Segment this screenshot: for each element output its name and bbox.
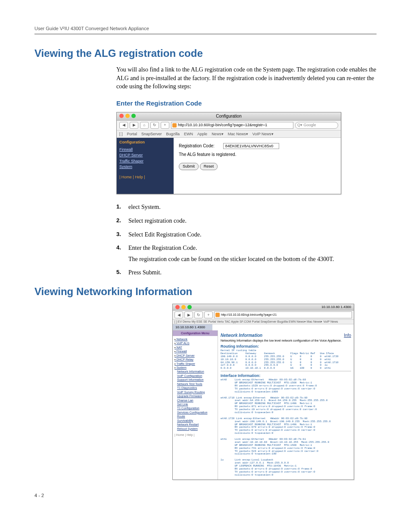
step-subtext: The registration code can be found on th… xyxy=(128,255,377,264)
close-icon[interactable] xyxy=(119,114,124,118)
submit-button[interactable]: Submit xyxy=(179,163,199,170)
section1-subhead: Enter the Registration Code xyxy=(116,99,377,108)
config-sidebar: Configuration Menu Network VoIP ALG NAT … xyxy=(173,330,218,479)
side-link[interactable]: VoIP ALG xyxy=(174,341,216,345)
step-number: 4. xyxy=(116,244,128,252)
minimize-icon[interactable] xyxy=(125,114,130,118)
side-link[interactable]: DHCP Relay xyxy=(174,358,216,361)
steps-list: 1.elect System. 2.Select registration co… xyxy=(116,203,377,277)
side-sublink[interactable]: T1 Configuration xyxy=(177,406,216,410)
side-link[interactable]: Traffic Shaper xyxy=(174,362,216,366)
side-link[interactable]: Firewall xyxy=(174,349,216,353)
step-number: 5. xyxy=(116,268,128,277)
url-text: http://10.10.10.60/cgi-bin/config?page=1… xyxy=(178,122,267,128)
side-sublink[interactable]: Upgrade Firmware xyxy=(177,394,216,398)
registration-input[interactable] xyxy=(223,143,279,149)
window-controls[interactable] xyxy=(175,305,192,309)
section1-intro: You will also find a link to the ALG reg… xyxy=(116,65,377,91)
minimize-icon[interactable] xyxy=(181,305,186,309)
page-number: 4 - 2 xyxy=(34,493,377,498)
sidebar-footer[interactable]: | Home | Help | xyxy=(119,174,171,180)
divider xyxy=(221,371,351,371)
step-number: 1. xyxy=(116,203,128,212)
interface-info: eth0 Link encap:Ethernet HWaddr 00:03:02… xyxy=(221,379,351,476)
routing-heading: Routing Information: xyxy=(221,344,351,348)
bookmarks-bar[interactable]: [ ] Portal SnapServer Bugzilla EWN Apple… xyxy=(117,131,341,138)
side-sublink[interactable]: Services Configuration xyxy=(177,411,216,414)
forward-button[interactable]: ▶ xyxy=(184,311,193,318)
url-text: http://10.10.10.60/cgi-bin/config?page=2… xyxy=(221,313,277,316)
search-placeholder: Q▾ Google xyxy=(297,122,316,128)
bookmarks-bar[interactable]: [ ] EV Demo My ESE SE Portal Verio TAC A… xyxy=(173,320,354,324)
registration-label: Registration Code: xyxy=(179,143,215,149)
sidebar-footer[interactable]: | Home | Help | xyxy=(174,433,216,436)
side-sublink[interactable]: T1 Diagnostics xyxy=(177,386,216,390)
window-titlebar: 10.10.10.60 1.4300 xyxy=(173,304,354,311)
close-icon[interactable] xyxy=(175,305,180,309)
side-link[interactable]: Network xyxy=(174,337,216,341)
zoom-icon[interactable] xyxy=(131,114,136,118)
back-button[interactable]: ◀ xyxy=(119,122,128,129)
window-controls[interactable] xyxy=(119,114,136,118)
step-number: 3. xyxy=(116,230,128,239)
side-link[interactable]: System xyxy=(174,366,216,370)
side-sublink[interactable]: Chanse Lan xyxy=(177,398,216,402)
side-sublink[interactable]: VoIP Survey Routing xyxy=(177,390,216,394)
bookmark-item[interactable]: Mac News▾ xyxy=(228,131,248,137)
bookmark-item[interactable]: [ ] xyxy=(119,131,123,137)
bookmark-item[interactable]: Portal xyxy=(127,131,137,137)
url-bar[interactable]: http://10.10.10.60/cgi-bin/config?page=1… xyxy=(171,122,293,129)
search-field[interactable]: Q▾ Google xyxy=(295,122,338,129)
side-sublink[interactable]: Survivability xyxy=(177,419,216,423)
window-title: Configuration xyxy=(216,114,241,118)
screenshot-network-info: 10.10.10.60 1.4300 ◀ ▶ ↻ + http://10.10.… xyxy=(172,304,354,480)
reload-button[interactable]: ↻ xyxy=(150,122,159,129)
sidebar-item-traffic[interactable]: Traffic Shaper xyxy=(119,159,171,165)
step-text: elect System. xyxy=(128,203,377,212)
side-sublink[interactable]: VoIP Configuration xyxy=(177,374,216,378)
bookmark-item[interactable]: Apple xyxy=(197,131,207,137)
side-sublink[interactable]: Network Restart xyxy=(177,423,216,426)
side-sublink[interactable]: Network Information xyxy=(177,370,216,373)
sidebar-header: Configuration Menu xyxy=(173,330,218,336)
section2-title: Viewing Networking Information xyxy=(34,286,377,298)
routing-table: Kernel IP routing table Destination Gate… xyxy=(221,349,351,370)
side-sublink[interactable]: Reboot System xyxy=(177,427,216,431)
bookmark-item[interactable]: VoIP News▾ xyxy=(252,131,274,137)
back-button[interactable]: ◀ xyxy=(174,311,183,318)
bookmark-item[interactable]: EWN xyxy=(184,131,193,137)
browser-toolbar: ◀ ▶ ↻ + http://10.10.10.60/cgi-bin/confi… xyxy=(173,311,354,320)
sidebar-item-firewall[interactable]: Firewall xyxy=(119,147,171,153)
side-sublink[interactable]: Support Information xyxy=(177,378,216,382)
add-button[interactable]: + xyxy=(204,311,213,318)
interface-heading: Interface Information: xyxy=(221,373,351,378)
sidebar-item-system[interactable]: System xyxy=(119,164,171,170)
reset-button[interactable]: Reset xyxy=(200,163,218,170)
forward-button[interactable]: ▶ xyxy=(130,122,138,129)
panel-description: Networking Information displays the low … xyxy=(221,339,351,342)
step-text: Enter the Registration Code. xyxy=(128,244,377,252)
main-panel: Registration Code: The ALG feature is re… xyxy=(174,138,341,194)
config-sidebar: Configuration Firewall DHCP Server Traff… xyxy=(117,138,174,194)
main-panel: Network Information Info Networking Info… xyxy=(218,330,354,479)
side-sublink[interactable]: Route xyxy=(177,414,216,418)
step-text: Select registration code. xyxy=(128,217,377,225)
window-title: 10.10.10.60 1.4300 xyxy=(321,305,351,309)
bookmark-item[interactable]: SnapServer xyxy=(141,131,162,137)
section1-title: Viewing the ALG registration code xyxy=(34,47,377,59)
info-link[interactable]: Info xyxy=(344,333,351,338)
reload-button[interactable]: ↻ xyxy=(194,311,203,318)
url-bar[interactable]: http://10.10.10.60/cgi-bin/config?page=2… xyxy=(214,311,352,318)
home-button[interactable]: ⌂ xyxy=(140,122,149,129)
page-header: User Guide V²IU 4300T Converged Network … xyxy=(34,26,377,34)
sidebar-item-dhcp[interactable]: DHCP Server xyxy=(119,152,171,159)
bookmark-item[interactable]: News▾ xyxy=(212,131,224,137)
bookmark-item[interactable]: Bugzilla xyxy=(166,131,180,137)
side-sublink[interactable]: Set Link xyxy=(177,402,216,406)
browser-tab[interactable]: 10.10.10.60 1.4300 xyxy=(173,324,212,330)
side-sublink[interactable]: Network Test Tools xyxy=(177,382,216,386)
zoom-icon[interactable] xyxy=(187,305,192,309)
side-link[interactable]: NAT xyxy=(174,345,216,349)
add-button[interactable]: + xyxy=(161,122,169,129)
side-link[interactable]: DHCP Server xyxy=(174,354,216,358)
